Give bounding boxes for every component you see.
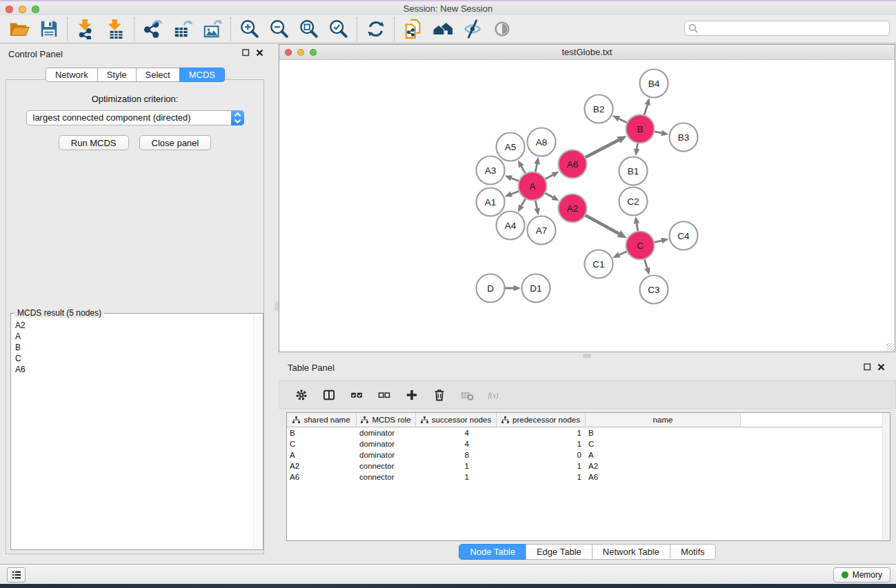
settings-gear-button[interactable] [293, 386, 310, 404]
node-A3[interactable]: A3 [477, 156, 505, 185]
close-panel-button[interactable]: Close panel [139, 135, 212, 150]
node-B3[interactable]: B3 [670, 123, 698, 152]
import-network-button[interactable] [71, 16, 101, 42]
node-A2[interactable]: A2 [559, 194, 587, 223]
tab-motifs[interactable]: Motifs [670, 544, 716, 560]
horizontal-scrollbar-thumb[interactable] [583, 354, 591, 358]
node-D[interactable]: D [477, 274, 505, 303]
column-header-name[interactable]: name [586, 413, 741, 427]
toggle-columns-button[interactable] [321, 386, 337, 404]
cell-successor-nodes: 1 [416, 462, 497, 470]
export-network-button[interactable] [138, 16, 168, 42]
network-window-titlebar[interactable]: testGlobe.txt [279, 45, 895, 60]
duplicate-network-button[interactable] [398, 16, 428, 42]
function-builder-icon [486, 388, 503, 402]
export-table-button[interactable] [168, 16, 197, 42]
node-A8[interactable]: A8 [528, 128, 556, 156]
mcds-result-item[interactable]: A6 [15, 364, 263, 375]
criterion-dropdown[interactable]: largest connected component (directed) [26, 110, 244, 125]
function-builder-button [486, 386, 503, 404]
node-B[interactable]: B [626, 115, 655, 143]
float-table-panel-icon[interactable] [864, 363, 871, 371]
node-label: C4 [677, 231, 690, 241]
close-table-panel-icon[interactable] [877, 363, 885, 371]
task-console-button[interactable] [7, 567, 26, 582]
zoom-selected-button[interactable] [323, 16, 353, 42]
delete-column-button[interactable] [431, 386, 448, 404]
column-header-predecessor-nodes[interactable]: predecessor nodes [497, 413, 586, 427]
cell-shared-name: A2 [287, 462, 357, 470]
close-panel-icon[interactable] [256, 49, 263, 57]
home-view-button[interactable] [428, 16, 457, 42]
node-A7[interactable]: A7 [528, 216, 556, 245]
attribute-type-icon [501, 416, 509, 423]
node-C2[interactable]: C2 [619, 187, 648, 216]
table-row[interactable]: Bdominator41B [287, 427, 890, 438]
hide-details-button[interactable] [457, 16, 487, 42]
mcds-result-item[interactable]: A [15, 331, 263, 342]
mcds-result-list[interactable]: A2ABCA6 [11, 314, 263, 375]
table-body: Bdominator41BCdominator41CAdominator80AA… [287, 427, 890, 483]
table-row[interactable]: Cdominator41C [287, 438, 890, 449]
zoom-in-button[interactable] [235, 16, 264, 42]
node-B4[interactable]: B4 [640, 70, 668, 98]
table-scrollbar[interactable] [882, 413, 890, 540]
select-all-rows-button[interactable] [348, 386, 365, 404]
tab-node-table[interactable]: Node Table [459, 544, 526, 560]
open-file-button[interactable] [4, 16, 34, 42]
save-session-button[interactable] [34, 16, 63, 42]
vertical-scrollbar-thumb[interactable] [275, 301, 279, 311]
table-row[interactable]: Adominator80A [287, 449, 890, 460]
show-details-button[interactable] [487, 16, 517, 42]
refresh-view-button[interactable] [361, 16, 390, 42]
table-row[interactable]: A6connector11A6 [287, 472, 890, 483]
node-B2[interactable]: B2 [585, 95, 613, 123]
mcds-result-item[interactable]: C [15, 353, 263, 364]
node-A[interactable]: A [519, 172, 547, 201]
node-C1[interactable]: C1 [585, 250, 613, 278]
tab-mcds[interactable]: MCDS [179, 68, 225, 82]
tab-network[interactable]: Network [46, 68, 98, 82]
column-header-shared-name[interactable]: shared name [287, 413, 357, 427]
tab-style[interactable]: Style [97, 68, 137, 82]
zoom-out-icon [269, 19, 290, 39]
deselect-all-rows-button[interactable] [376, 386, 392, 404]
tab-network-table[interactable]: Network Table [592, 544, 670, 560]
mcds-result-item[interactable]: B [15, 342, 263, 353]
node-C3[interactable]: C3 [640, 276, 668, 304]
column-label: successor nodes [432, 416, 491, 424]
app-titlebar[interactable]: Session: New Session [0, 1, 896, 15]
run-mcds-button[interactable]: Run MCDS [59, 135, 129, 150]
cell-predecessor-nodes: 1 [497, 473, 586, 481]
export-image-button[interactable] [197, 16, 227, 42]
tab-select[interactable]: Select [136, 68, 180, 82]
delete-table-icon [460, 388, 474, 402]
cell-name: A6 [586, 473, 741, 481]
network-canvas[interactable]: AA1A2A3A4A5A6A7A8BB1B2B3B4CC1C2C3C4DD1 [279, 61, 895, 352]
float-panel-icon[interactable] [242, 49, 250, 57]
import-table-button[interactable] [101, 16, 130, 42]
search-input[interactable] [684, 21, 890, 36]
add-column-button[interactable] [404, 386, 420, 404]
column-header-successor-nodes[interactable]: successor nodes [416, 413, 497, 427]
column-header-mcds-role[interactable]: MCDS role [357, 413, 416, 427]
search-icon [688, 23, 698, 33]
mcds-result-scrollbar[interactable] [253, 315, 261, 548]
window-resize-grip[interactable] [886, 343, 894, 351]
node-A5[interactable]: A5 [497, 133, 525, 161]
zoom-out-button[interactable] [264, 16, 294, 42]
node-D1[interactable]: D1 [522, 274, 550, 303]
node-A4[interactable]: A4 [497, 212, 525, 240]
memory-button[interactable]: Memory [833, 567, 890, 582]
node-B1[interactable]: B1 [619, 157, 648, 185]
tab-edge-table[interactable]: Edge Table [526, 544, 593, 560]
table-row[interactable]: A2connector11A2 [287, 460, 890, 472]
node-label: D [487, 283, 494, 294]
mcds-result-item[interactable]: A2 [15, 320, 263, 331]
node-A1[interactable]: A1 [477, 188, 505, 216]
node-C4[interactable]: C4 [670, 222, 698, 250]
node-label: D1 [530, 283, 541, 294]
node-C[interactable]: C [626, 232, 655, 260]
zoom-fit-button[interactable] [294, 16, 323, 42]
node-A6[interactable]: A6 [559, 150, 587, 179]
